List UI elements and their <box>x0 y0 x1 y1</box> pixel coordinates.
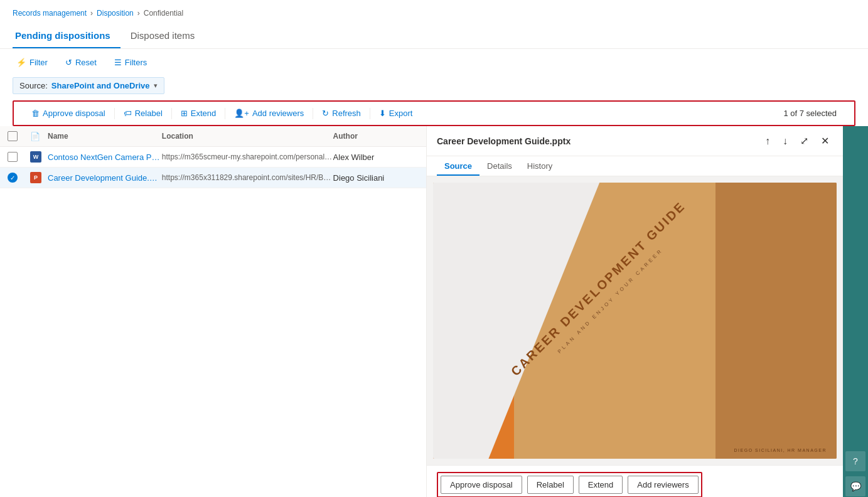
sep-2 <box>171 108 172 119</box>
tab-details[interactable]: Details <box>480 156 520 176</box>
export-label: Export <box>389 109 413 118</box>
action-bar-inner: 🗑 Approve disposal 🏷 Relabel ⊞ Extend 👤+… <box>26 105 781 121</box>
row-2-name[interactable]: Career Development Guide.pptx <box>48 173 162 183</box>
sep-4 <box>313 108 313 119</box>
source-prefix: Source: <box>19 81 48 90</box>
col-location-header: Location <box>162 132 333 141</box>
export-button[interactable]: ⬇ Export <box>374 105 418 121</box>
row-1-check[interactable] <box>8 152 30 162</box>
breadcrumb-records-management[interactable]: Records management <box>13 9 87 18</box>
tab-source[interactable]: Source <box>437 156 480 176</box>
row-2-author: Diego Siciliani <box>333 173 419 183</box>
detail-tabs: Source Details History <box>427 156 843 176</box>
approve-disposal-button[interactable]: 🗑 Approve disposal <box>26 105 110 121</box>
footer-add-reviewers-button[interactable]: Add reviewers <box>628 476 698 494</box>
breadcrumb: Records management › Disposition › Confi… <box>0 0 868 23</box>
close-button[interactable]: ✕ <box>817 134 833 148</box>
row-1-name[interactable]: Contoso NextGen Camera Product Pla... <box>48 152 162 162</box>
col-icon-header: 📄 <box>30 132 48 141</box>
relabel-icon: 🏷 <box>124 109 132 118</box>
add-reviewers-label: Add reviewers <box>252 109 304 118</box>
reset-icon: ↺ <box>65 58 72 67</box>
filters-button[interactable]: ☰ Filters <box>110 55 151 70</box>
list-header: 📄 Name Location Author <box>0 126 426 147</box>
reset-label: Reset <box>75 58 97 67</box>
filters-icon: ☰ <box>114 58 122 67</box>
ppt-preview: CAREER DEVELOPMENT GUIDE PLAN AND ENJOY … <box>433 183 837 459</box>
row-1-icon: W <box>30 151 48 163</box>
extend-button[interactable]: ⊞ Extend <box>176 105 221 121</box>
approve-label: Approve disposal <box>43 109 105 118</box>
add-reviewers-button[interactable]: 👤+ Add reviewers <box>229 105 309 121</box>
breadcrumb-sep-1: › <box>90 9 93 18</box>
source-chevron-icon: ▾ <box>154 82 158 90</box>
breadcrumb-disposition[interactable]: Disposition <box>97 9 134 18</box>
export-icon: ⬇ <box>379 109 386 118</box>
main-tabs: Pending dispositions Disposed items <box>0 23 868 49</box>
source-value: SharePoint and OneDrive <box>51 81 150 90</box>
footer-action-group: Approve disposal Relabel Extend Add revi… <box>437 472 702 497</box>
footer-extend-button[interactable]: Extend <box>579 476 623 494</box>
row-2-location: https://m365x311829.sharepoint.com/sites… <box>162 173 333 182</box>
row-2-checkbox-checked[interactable]: ✓ <box>8 173 18 183</box>
chat-icon-button[interactable]: 💬 <box>845 476 865 496</box>
add-reviewers-icon: 👤+ <box>234 109 249 118</box>
list-row[interactable]: W Contoso NextGen Camera Product Pla... … <box>0 147 426 168</box>
ppt-file-icon: P <box>30 172 41 183</box>
tab-history[interactable]: History <box>520 156 560 176</box>
col-author-header: Author <box>333 132 419 141</box>
reset-button[interactable]: ↺ Reset <box>62 55 100 70</box>
detail-header: Career Development Guide.pptx ↑ ↓ ⤢ ✕ <box>427 126 843 156</box>
col-name-header: Name <box>48 132 162 141</box>
detail-nav-buttons: ↑ ↓ ⤢ ✕ <box>761 134 833 148</box>
detail-footer: Approve disposal Relabel Extend Add revi… <box>427 465 843 497</box>
relabel-label: Relabel <box>135 109 163 118</box>
list-panel: 📄 Name Location Author W Contoso NextGen… <box>0 126 427 497</box>
filter-toolbar: ⚡ Filter ↺ Reset ☰ Filters <box>0 49 868 76</box>
refresh-button[interactable]: ↻ Refresh <box>317 105 366 121</box>
word-file-icon: W <box>30 151 41 163</box>
filter-icon: ⚡ <box>16 58 26 67</box>
filters-label: Filters <box>125 58 147 67</box>
approve-icon: 🗑 <box>31 109 40 118</box>
refresh-label: Refresh <box>332 109 361 118</box>
help-icon-button[interactable]: ? <box>845 451 865 471</box>
col-check-header <box>8 131 30 141</box>
source-filter-badge[interactable]: Source: SharePoint and OneDrive ▾ <box>13 77 164 94</box>
sep-5 <box>370 108 370 119</box>
nav-down-button[interactable]: ↓ <box>779 134 791 148</box>
ppt-author-line: DIEGO SICILIANI, HR MANAGER <box>734 448 827 452</box>
preview-box: CAREER DEVELOPMENT GUIDE PLAN AND ENJOY … <box>433 183 837 459</box>
sep-3 <box>225 108 225 119</box>
nav-up-button[interactable]: ↑ <box>761 134 774 148</box>
list-row[interactable]: ✓ P Career Development Guide.pptx https:… <box>0 168 426 188</box>
list-body: W Contoso NextGen Camera Product Pla... … <box>0 147 426 497</box>
breadcrumb-current: Confidential <box>144 9 183 18</box>
detail-panel-title: Career Development Guide.pptx <box>437 136 761 146</box>
file-header-icon: 📄 <box>30 132 40 141</box>
refresh-icon: ↻ <box>322 109 329 118</box>
row-1-location: https://m365scmeur-my.sharepoint.com/per… <box>162 152 333 161</box>
filter-label: Filter <box>29 58 48 67</box>
footer-relabel-button[interactable]: Relabel <box>527 476 574 494</box>
selection-count: 1 of 7 selected <box>783 109 842 118</box>
detail-content: CAREER DEVELOPMENT GUIDE PLAN AND ENJOY … <box>427 176 843 465</box>
relabel-button[interactable]: 🏷 Relabel <box>119 105 168 121</box>
sep-1 <box>114 108 115 119</box>
tab-disposed-items[interactable]: Disposed items <box>128 23 205 48</box>
action-bar: 🗑 Approve disposal 🏷 Relabel ⊞ Extend 👤+… <box>13 100 855 126</box>
main-layout: 📄 Name Location Author W Contoso NextGen… <box>0 126 868 497</box>
header-checkbox[interactable] <box>8 131 18 141</box>
row-1-checkbox[interactable] <box>8 152 18 162</box>
right-sidebar: ? 💬 <box>843 126 868 497</box>
expand-button[interactable]: ⤢ <box>796 134 812 148</box>
tab-pending-dispositions[interactable]: Pending dispositions <box>13 23 121 48</box>
breadcrumb-sep-2: › <box>137 9 140 18</box>
detail-panel: Career Development Guide.pptx ↑ ↓ ⤢ ✕ So… <box>427 126 843 497</box>
footer-approve-button[interactable]: Approve disposal <box>441 476 522 494</box>
filter-button[interactable]: ⚡ Filter <box>13 55 51 70</box>
row-2-check[interactable]: ✓ <box>8 173 30 183</box>
extend-label: Extend <box>191 109 216 118</box>
row-1-author: Alex Wilber <box>333 152 419 162</box>
extend-icon: ⊞ <box>181 109 188 118</box>
